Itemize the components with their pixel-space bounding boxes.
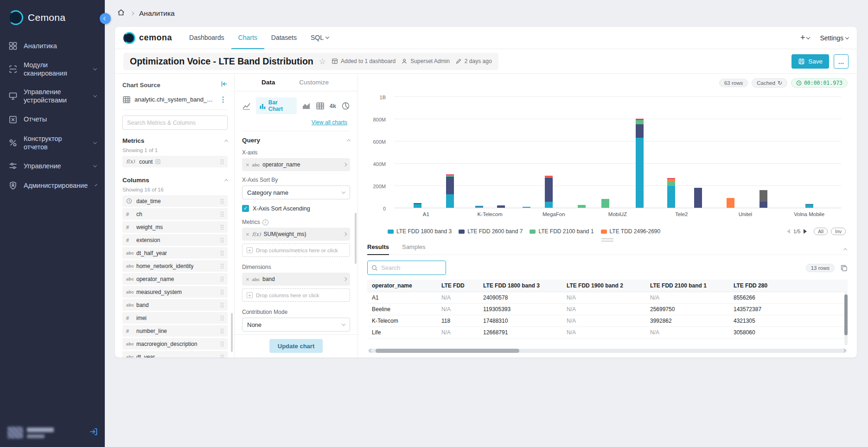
save-button[interactable]: Save	[791, 54, 829, 69]
column-item[interactable]: #ch	[122, 208, 228, 220]
drag-handle-icon[interactable]	[220, 159, 224, 165]
bar[interactable]	[760, 97, 767, 208]
tab-customize[interactable]: Customize	[299, 74, 329, 91]
scroll-right-icon[interactable]	[842, 349, 846, 352]
bar[interactable]	[601, 97, 609, 208]
tab-sql[interactable]: SQL	[304, 27, 336, 49]
drag-handle-icon[interactable]	[220, 302, 224, 308]
table-row[interactable]: LifeN/A12668791N/AN/A3058060	[367, 327, 848, 338]
tab-charts[interactable]: Charts	[231, 27, 264, 49]
column-header[interactable]: LTE FDD	[437, 280, 479, 292]
table-row[interactable]: BeelineN/A119305393N/A25699750143572387	[367, 304, 848, 315]
column-item[interactable]: abcband	[122, 299, 228, 311]
metric-chip[interactable]: × f(x) SUM(weight_ms)	[242, 228, 350, 241]
column-item[interactable]: abcdt_year	[122, 351, 228, 358]
logout-icon[interactable]	[89, 427, 98, 438]
sidebar-item-1[interactable]: Аналитика	[0, 36, 105, 56]
dimensions-dropzone[interactable]: + Drop columns here or click	[242, 288, 350, 302]
sidebar-item-6[interactable]: Управление	[0, 156, 105, 176]
settings-menu-button[interactable]: Settings	[820, 34, 849, 42]
view-all-charts-link[interactable]: View all charts	[312, 119, 347, 126]
tab-results[interactable]: Results	[367, 243, 389, 255]
metrics-columns-search[interactable]	[122, 115, 228, 130]
drag-handle-icon[interactable]	[220, 237, 224, 243]
contribution-mode-select[interactable]: None	[242, 318, 350, 332]
column-item[interactable]: abcmeasured_system	[122, 286, 228, 298]
chart-title[interactable]: Optimization Voice - LTE Band Distributi…	[130, 56, 313, 67]
bar[interactable]	[446, 97, 454, 208]
bar[interactable]	[727, 97, 734, 208]
bar[interactable]	[414, 97, 421, 208]
column-header[interactable]: operator_name	[367, 280, 437, 292]
column-header[interactable]: LTE FDD 1800 band 3	[479, 280, 562, 292]
sidebar-item-5[interactable]: Конструктор отчетов	[0, 129, 105, 156]
search-input[interactable]	[127, 120, 223, 126]
add-menu-button[interactable]: +	[800, 33, 810, 43]
line-chart-icon[interactable]	[242, 102, 251, 110]
query-section-header[interactable]: Query	[242, 131, 350, 144]
column-header[interactable]: LTE FDD 280	[729, 280, 848, 292]
home-icon[interactable]	[117, 8, 125, 19]
copy-icon[interactable]	[840, 264, 848, 272]
column-item[interactable]: abcoperator_name	[122, 273, 228, 285]
pie-chart-icon[interactable]	[341, 102, 350, 110]
tab-data[interactable]: Data	[262, 74, 275, 91]
sidebar-item-3[interactable]: Управление устройствами	[0, 83, 105, 109]
columns-section-header[interactable]: Columns	[122, 177, 228, 184]
scrollbar[interactable]	[231, 313, 233, 352]
drag-handle-icon[interactable]	[220, 224, 224, 230]
table-row[interactable]: A1N/A24090578N/AN/A8556266	[367, 292, 848, 304]
drag-handle-icon[interactable]	[220, 289, 224, 295]
dataset-options-icon[interactable]: ⋮	[218, 95, 228, 104]
table-chart-icon[interactable]	[316, 102, 325, 110]
update-chart-button[interactable]: Update chart	[269, 339, 323, 353]
drag-handle-icon[interactable]	[220, 250, 224, 256]
breadcrumb-current[interactable]: Аналитика	[139, 9, 175, 18]
legend-next-icon[interactable]	[804, 229, 807, 234]
bar[interactable]	[667, 97, 675, 208]
tab-datasets[interactable]: Datasets	[264, 27, 304, 49]
column-item[interactable]: #weight_ms	[122, 221, 228, 233]
column-header[interactable]: LTE FDD 1900 band 2	[562, 280, 645, 292]
big-number-chart-icon[interactable]: 4k	[330, 102, 336, 109]
legend-item[interactable]: LTE TDD 2496-2690	[601, 228, 661, 235]
vertical-scrollbar[interactable]	[844, 293, 848, 345]
sidebar-item-4[interactable]: Отчеты	[0, 110, 105, 129]
tab-samples[interactable]: Samples	[402, 243, 426, 255]
column-item[interactable]: date_time	[122, 195, 228, 207]
bar[interactable]	[545, 97, 553, 208]
column-item[interactable]: #extension	[122, 234, 228, 246]
drag-handle-icon[interactable]	[220, 211, 224, 217]
drag-handle-icon[interactable]	[220, 354, 224, 358]
area-chart-icon[interactable]	[302, 102, 311, 110]
legend-item[interactable]: LTE FDD 1800 band 3	[388, 228, 452, 235]
remove-icon[interactable]: ×	[246, 276, 249, 283]
table-row[interactable]: K-Telecom11817488310N/A39928624321305	[367, 315, 848, 327]
metrics-section-header[interactable]: Metrics	[122, 137, 228, 144]
results-search[interactable]	[367, 261, 446, 275]
more-options-button[interactable]: ...	[834, 54, 849, 69]
sidebar-collapse-button[interactable]	[100, 13, 111, 24]
drag-handle-icon[interactable]	[220, 315, 224, 321]
legend-item[interactable]: LTE FDD 2600 band 7	[459, 228, 523, 235]
remove-icon[interactable]: ×	[246, 161, 249, 168]
column-item[interactable]: abchome_network_identity	[122, 260, 228, 272]
sidebar-item-2[interactable]: Модули сканирования	[0, 56, 105, 83]
dataset-selector[interactable]: analytic.chi_system_band_stati... ⋮	[122, 95, 228, 110]
remove-icon[interactable]: ×	[246, 231, 249, 238]
scrollbar[interactable]	[355, 213, 357, 264]
collapse-results-icon[interactable]	[843, 248, 847, 252]
metrics-dropzone[interactable]: + Drop columns/metrics here or click	[242, 243, 350, 257]
results-search-input[interactable]	[381, 264, 442, 271]
column-header[interactable]: LTE FDD 2100 band 1	[645, 280, 729, 292]
drag-handle-icon[interactable]	[220, 263, 224, 269]
panel-resize-handle[interactable]	[601, 238, 613, 242]
drag-handle-icon[interactable]	[220, 328, 224, 334]
scroll-left-icon[interactable]	[369, 349, 373, 352]
horizontal-scrollbar[interactable]	[368, 349, 847, 353]
drag-handle-icon[interactable]	[220, 341, 224, 347]
column-item[interactable]: abcdt_half_year	[122, 247, 228, 259]
favorite-star-icon[interactable]: ☆	[319, 57, 326, 66]
legend-inverse-button[interactable]: Inv	[831, 228, 846, 235]
drag-handle-icon[interactable]	[220, 276, 224, 282]
